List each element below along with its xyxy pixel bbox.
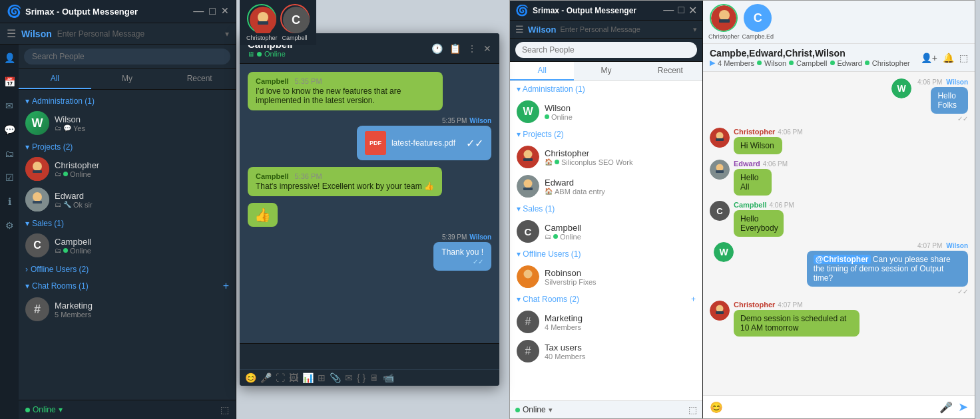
- contact-robinson-right[interactable]: Robinson Silverstrip Fixes: [510, 262, 702, 291]
- add-chatroom-btn-right[interactable]: +: [691, 295, 696, 304]
- code-tool[interactable]: { }: [357, 372, 366, 383]
- maximize-btn-right[interactable]: □: [678, 4, 684, 17]
- personal-msg-left[interactable]: Enter Personal Message: [57, 29, 220, 39]
- mail-icon[interactable]: ✉: [3, 98, 16, 114]
- screen-tool[interactable]: 🖥: [369, 372, 379, 383]
- chat-bookmark-icon[interactable]: 📋: [449, 43, 461, 54]
- expand-tool[interactable]: ⛶: [276, 372, 285, 383]
- video-tool[interactable]: 📹: [383, 372, 394, 383]
- export-icon-left[interactable]: ⬚: [220, 404, 229, 415]
- group-offline-left[interactable]: › Offline Users (2): [19, 261, 236, 276]
- bell-icon[interactable]: 🔔: [943, 53, 954, 63]
- close-btn-left[interactable]: ✕: [221, 5, 229, 17]
- contact-wilson[interactable]: W Wilson 🗂 💬 Yes: [19, 108, 236, 138]
- top-avatar-christopher[interactable]: Christopher: [246, 4, 278, 41]
- image-tool[interactable]: 🖼: [289, 372, 298, 383]
- hamburger-icon-left[interactable]: ☰: [7, 27, 16, 40]
- calendar-icon[interactable]: 📅: [1, 74, 18, 90]
- contact-name-wilson: Wilson: [55, 114, 229, 124]
- group-sales-right[interactable]: ▾ Sales (1): [510, 201, 702, 217]
- chat-close-icon[interactable]: ✕: [483, 43, 491, 54]
- top-avatar-campbell[interactable]: C Campbell: [280, 4, 310, 41]
- bottom-status-left[interactable]: Online ▾: [25, 405, 63, 414]
- bottom-status-right[interactable]: Online ▾: [515, 405, 553, 414]
- tab-recent-right[interactable]: Recent: [638, 62, 702, 80]
- contact-campbell-right[interactable]: C Campbell 🗂 Online: [510, 217, 702, 246]
- contact-edward-left[interactable]: Edward 🗂 🔧 Ok sir: [19, 184, 236, 215]
- group-administration-left[interactable]: ▾ Administration (1): [19, 92, 236, 108]
- chatroom-tax-right[interactable]: # Tax users 40 Members: [510, 337, 702, 366]
- close-btn-right[interactable]: ✕: [688, 4, 697, 17]
- info-icon[interactable]: ℹ: [5, 194, 14, 210]
- export-icon-right[interactable]: ⬚: [688, 404, 697, 415]
- chat-input-field[interactable]: [240, 344, 499, 369]
- contact-christopher-right[interactable]: Christopher 🏠 Siliconplus SEO Work: [510, 142, 702, 172]
- svg-rect-26: [719, 19, 730, 23]
- group-projects-left[interactable]: ▾ Projects (2): [19, 138, 236, 154]
- top-avatar-label-campbell: Campbell: [282, 35, 308, 41]
- status-dropdown-left[interactable]: ▾: [59, 405, 63, 414]
- group-chatrooms-left[interactable]: ▾ Chat Rooms (1) +: [19, 276, 236, 294]
- chat-icon[interactable]: 💬: [1, 122, 18, 138]
- gc-audio-icon[interactable]: 🎤: [939, 401, 953, 414]
- search-input-left[interactable]: [24, 49, 230, 65]
- mail-tool[interactable]: ✉: [345, 372, 353, 383]
- minimize-btn-left[interactable]: —: [193, 5, 204, 17]
- group-sales-left[interactable]: ▾ Sales (1): [19, 215, 236, 230]
- tab-my-left[interactable]: My: [91, 69, 164, 89]
- file-tool[interactable]: 📎: [330, 372, 341, 383]
- msg-bubble-0: Campbell 5:35 PM I'd love to know the ne…: [248, 72, 443, 110]
- block-tool[interactable]: ⊞: [318, 372, 326, 383]
- chart-tool[interactable]: 📊: [302, 372, 314, 383]
- tasks-icon[interactable]: ☑: [3, 170, 17, 186]
- msg-bubble-3: Thank you ! ✓✓: [433, 242, 491, 271]
- maximize-btn-left[interactable]: □: [209, 5, 216, 17]
- avatar-tax-right: #: [517, 340, 539, 362]
- chat-clock-icon[interactable]: 🕐: [431, 43, 443, 54]
- gc-emoji-icon[interactable]: 😊: [710, 401, 723, 414]
- group-projects-right[interactable]: ▾ Projects (2): [510, 126, 702, 142]
- tab-all-right[interactable]: All: [510, 62, 574, 80]
- audio-tool[interactable]: 🎤: [260, 372, 272, 383]
- dropdown-arrow-right[interactable]: ▾: [693, 25, 697, 34]
- archive-icon[interactable]: 🗂: [2, 146, 17, 162]
- hamburger-icon-right[interactable]: ☰: [515, 24, 524, 35]
- tab-all-left[interactable]: All: [19, 69, 91, 89]
- chevron-projects-left: ▾: [25, 142, 29, 152]
- gc-send-btn[interactable]: ➤: [958, 400, 968, 414]
- top-avatar-campbe-right[interactable]: C Campbe.Ed: [742, 4, 774, 40]
- personal-msg-right[interactable]: Enter Personal Message: [561, 25, 690, 33]
- right-chat-panel: Christopher C Campbe.Ed Campbe,Edward,Ch…: [703, 1, 975, 418]
- chat-menu-icon[interactable]: ⋮: [467, 43, 477, 54]
- chatroom-members-marketing-left: 5 Members: [55, 311, 229, 319]
- contacts-icon[interactable]: 👤: [1, 50, 18, 66]
- group-administration-right[interactable]: ▾ Administration (1): [510, 81, 702, 97]
- svg-rect-11: [258, 21, 268, 25]
- contact-wilson-right[interactable]: W Wilson Online: [510, 97, 702, 126]
- group-chat-input[interactable]: [728, 402, 934, 412]
- dropdown-arrow-left[interactable]: ▾: [225, 29, 229, 39]
- logout-icon-gc[interactable]: ⬚: [959, 53, 968, 63]
- minimize-btn-right[interactable]: —: [663, 4, 674, 17]
- contact-list-right: ▾ Administration (1) W Wilson Online ▾ P…: [510, 81, 702, 400]
- svg-point-21: [524, 270, 533, 279]
- contact-campbell-left[interactable]: C Campbell 🗂 Online: [19, 230, 236, 261]
- emoji-tool[interactable]: 😊: [245, 372, 256, 383]
- settings-icon[interactable]: ⚙: [3, 217, 17, 233]
- add-member-icon[interactable]: 👤+: [921, 53, 937, 63]
- file-bubble[interactable]: PDF latest-features.pdf ✓✓: [357, 126, 491, 160]
- tab-my-right[interactable]: My: [574, 62, 638, 80]
- msg-row-0: Campbell 5:35 PM I'd love to know the ne…: [248, 72, 491, 110]
- chatroom-marketing-left[interactable]: # Marketing 5 Members: [19, 294, 236, 325]
- group-chatrooms-right[interactable]: ▾ Chat Rooms (2) +: [510, 291, 702, 307]
- contact-edward-right[interactable]: Edward 🏠 ABM data entry: [510, 172, 702, 201]
- status-dropdown-right[interactable]: ▾: [549, 406, 553, 414]
- top-avatar-christopher-right[interactable]: Christopher: [708, 4, 740, 40]
- chatroom-marketing-right[interactable]: # Marketing 4 Members: [510, 307, 702, 337]
- search-bar-left: [19, 45, 236, 69]
- group-offline-right[interactable]: ▾ Offline Users (1): [510, 246, 702, 262]
- contact-christopher-left[interactable]: Christopher 🗂 Online: [19, 154, 236, 184]
- search-input-right[interactable]: [515, 42, 697, 58]
- add-chatroom-btn-left[interactable]: +: [223, 280, 229, 292]
- tab-recent-left[interactable]: Recent: [163, 69, 236, 89]
